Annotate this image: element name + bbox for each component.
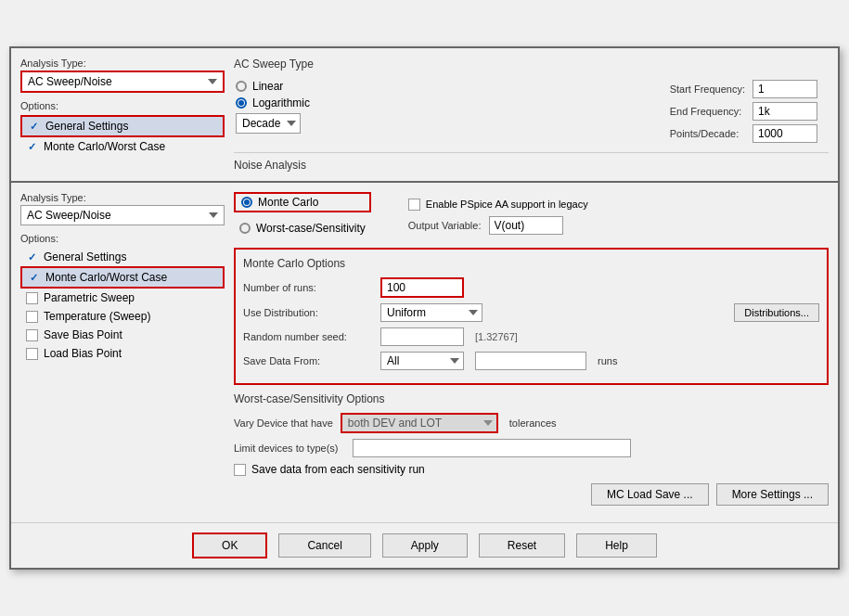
option-general-settings-bottom[interactable]: ✓ General Settings [20,248,225,266]
radio-mc-icon [241,197,252,208]
mc-random-seed-row: Random number seed: [1.32767] [243,327,819,346]
apply-button[interactable]: Apply [382,533,468,558]
end-freq-input[interactable]: 1k [753,102,817,121]
distributions-button[interactable]: Distributions... [734,303,819,322]
bottom-section: Analysis Type: AC Sweep/Noise Options: ✓… [11,183,838,522]
radio-worst-case[interactable]: Worst-case/Sensitivity [234,220,371,237]
cancel-button[interactable]: Cancel [278,533,370,558]
analysis-type-select-top[interactable]: AC Sweep/Noise [20,71,225,93]
output-var-row: Output Variable: V(out) [408,216,588,235]
enable-pspice-label: Enable PSpice AA support in legacy [426,199,588,210]
reset-button[interactable]: Reset [479,533,565,558]
mc-save-data-row: Save Data From: All First None runs [243,352,819,370]
wc-limit-label: Limit devices to type(s) [234,443,338,454]
option-load-bias[interactable]: Load Bias Point [20,344,225,363]
analysis-type-select-bottom[interactable]: AC Sweep/Noise [20,205,225,225]
wc-vary-select[interactable]: both DEV and LOT DEV only LOT only [341,413,498,433]
ok-button[interactable]: OK [192,533,267,558]
option-save-bias-label: Save Bias Point [44,328,122,341]
checkbox-temperature [26,311,38,323]
wc-title: Worst-case/Sensitivity Options [234,392,829,405]
checkbox-parametric [26,292,38,304]
check-icon-general-bottom: ✓ [26,251,38,263]
left-panel-top: Analysis Type: AC Sweep/Noise Options: ✓… [20,58,225,172]
mc-random-seed-label: Random number seed: [243,331,373,342]
mc-options-box: Monte Carlo Options Number of runs: 100 … [234,248,829,385]
option-monte-label-bottom: Monte Carlo/Worst Case [45,271,167,284]
mc-use-dist-label: Use Distribution: [243,307,373,318]
radio-wc-label: Worst-case/Sensitivity [256,222,366,235]
analysis-type-label-bottom: Analysis Type: [20,192,225,203]
sweep-type-section: Linear Logarithmic Decade Octave [234,78,829,145]
output-var-input[interactable]: V(out) [489,216,563,235]
options-label-top: Options: [20,100,225,111]
top-controls-row: Monte Carlo Worst-case/Sensitivity Enabl… [234,192,829,240]
left-panel-bottom: Analysis Type: AC Sweep/Noise Options: ✓… [20,192,225,513]
wc-limit-input[interactable] [353,439,631,457]
radio-linear-label: Linear [252,80,283,93]
option-monte-carlo-bottom[interactable]: ✓ Monte Carlo/Worst Case [20,266,225,289]
mc-runs-input[interactable] [475,352,586,370]
radio-log-icon [236,97,247,109]
check-icon-monte-bottom: ✓ [28,272,40,284]
checkbox-load-bias [26,348,38,360]
checkbox-save-bias [26,329,38,341]
option-general-settings-label-top: General Settings [45,120,128,133]
points-label: Points/Decade: [670,124,745,143]
mc-num-runs-label: Number of runs: [243,282,373,293]
radio-mc-label: Monte Carlo [258,196,318,209]
mc-dist-select[interactable]: Uniform Gaussian [380,303,482,322]
more-settings-button[interactable]: More Settings ... [716,483,829,506]
radio-wc-icon [239,223,251,234]
start-freq-label: Start Frequency: [670,80,745,98]
check-icon-monte-top: ✓ [26,141,38,153]
checkbox-enable-pspice [408,199,420,211]
help-button[interactable]: Help [576,533,657,558]
mc-options-title: Monte Carlo Options [243,257,819,270]
sweep-type-title: AC Sweep Type [234,58,829,71]
radio-linear[interactable]: Linear [236,80,310,93]
radio-log-label: Logarithmic [252,96,310,109]
option-parametric-sweep[interactable]: Parametric Sweep [20,289,225,307]
option-parametric-label: Parametric Sweep [44,291,135,304]
wc-vary-row: Vary Device that have both DEV and LOT D… [234,413,829,433]
mc-num-runs-input[interactable]: 100 [380,277,464,298]
enable-pspice-row[interactable]: Enable PSpice AA support in legacy [408,199,588,211]
option-temperature-sweep[interactable]: Temperature (Sweep) [20,307,225,326]
wc-limit-row: Limit devices to type(s) [234,439,829,457]
mc-save-data-select[interactable]: All First None [380,352,464,370]
decade-select[interactable]: Decade Octave [236,113,301,134]
output-var-label: Output Variable: [408,220,482,231]
main-dialog: Analysis Type: AC Sweep/Noise Options: ✓… [9,46,840,570]
bottom-buttons-row: MC Load Save ... More Settings ... [234,483,829,506]
options-label-bottom: Options: [20,233,225,244]
wc-section: Worst-case/Sensitivity Options Vary Devi… [234,392,829,476]
option-monte-carlo-top[interactable]: ✓ Monte Carlo/Worst Case [20,137,225,156]
wc-save-sens-row[interactable]: Save data from each sensitivity run [234,463,829,476]
mc-use-dist-row: Use Distribution: Uniform Gaussian Distr… [243,303,819,322]
radio-logarithmic[interactable]: Logarithmic [236,96,310,109]
option-general-label-bottom: General Settings [44,250,126,263]
mc-save-data-label: Save Data From: [243,355,373,366]
right-top-controls: Enable PSpice AA support in legacy Outpu… [408,199,588,235]
sweep-radio-col: Linear Logarithmic Decade Octave [236,80,310,137]
mc-random-seed-input[interactable] [380,327,464,346]
option-monte-carlo-label-top: Monte Carlo/Worst Case [44,140,165,153]
mc-num-runs-row: Number of runs: 100 [243,277,819,298]
radio-linear-icon [236,81,247,92]
radio-monte-carlo[interactable]: Monte Carlo [234,192,371,212]
noise-label: Noise Analysis [234,152,829,172]
option-temperature-label: Temperature (Sweep) [44,310,150,323]
top-section: Analysis Type: AC Sweep/Noise Options: ✓… [11,48,838,183]
decade-row: Decade Octave [236,113,310,134]
right-panel-top: AC Sweep Type Linear Logarithmic [234,58,829,172]
option-general-settings-top[interactable]: ✓ General Settings [20,115,225,137]
end-freq-label: End Frequency: [670,102,745,121]
points-input[interactable]: 1000 [753,124,817,143]
option-save-bias[interactable]: Save Bias Point [20,326,225,344]
mc-load-save-button[interactable]: MC Load Save ... [591,483,709,506]
right-panel-bottom: Monte Carlo Worst-case/Sensitivity Enabl… [234,192,829,513]
freq-grid: Start Frequency: 1 End Frequency: 1k Poi… [670,80,827,143]
start-freq-input[interactable]: 1 [753,80,817,98]
analysis-type-label-top: Analysis Type: [20,58,225,69]
